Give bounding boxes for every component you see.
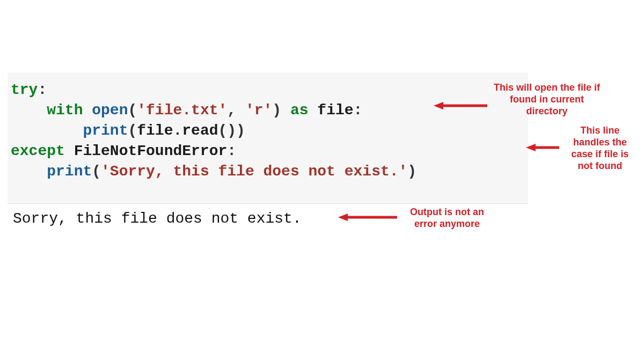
- comma: ,: [227, 102, 245, 119]
- code-line-4: except FileNotFoundError:: [11, 141, 528, 161]
- annotation-open-file: This will open the file if found in curr…: [491, 82, 603, 117]
- paren-open: (: [128, 122, 137, 139]
- paren-open: (: [128, 102, 137, 119]
- output-text: Sorry, this file does not exist.: [13, 210, 302, 227]
- keyword-as: as: [290, 102, 309, 119]
- paren-close: ()): [218, 122, 245, 139]
- string-message: 'Sorry, this file does not exist.': [101, 163, 407, 180]
- indent: [11, 163, 47, 180]
- function-print: print: [47, 163, 92, 180]
- code-block: try: with open('file.txt', 'r') as file:…: [8, 72, 528, 204]
- paren-open: (: [92, 163, 101, 180]
- colon: :: [38, 82, 47, 98]
- code-line-5: print('Sorry, this file does not exist.'…: [11, 161, 528, 182]
- arrow-icon: [526, 144, 559, 145]
- keyword-try: try: [11, 82, 38, 98]
- arrow-icon: [338, 214, 397, 215]
- svg-marker-1: [434, 102, 443, 109]
- string-filename: 'file.txt': [137, 102, 227, 119]
- function-open: open: [83, 102, 128, 119]
- indent: [11, 122, 83, 139]
- colon: :: [227, 143, 236, 159]
- paren-close: ): [272, 102, 290, 119]
- paren-close: ): [407, 163, 416, 180]
- identifier-read: read: [182, 122, 218, 139]
- keyword-except: except: [11, 143, 65, 159]
- svg-marker-3: [526, 144, 536, 151]
- dot: .: [173, 122, 182, 139]
- identifier-file: file: [309, 102, 354, 119]
- code-line-3: print(file.read()): [11, 121, 528, 141]
- code-line-1: try:: [11, 80, 528, 100]
- indent: [11, 102, 47, 119]
- function-print: print: [83, 122, 128, 139]
- colon: :: [354, 102, 363, 119]
- identifier-exception: FileNotFoundError: [65, 143, 227, 159]
- string-mode: 'r': [245, 102, 272, 119]
- arrow-icon: [434, 102, 487, 103]
- annotation-except: This line handles the case if file is no…: [562, 124, 638, 172]
- identifier-file: file: [137, 122, 173, 139]
- keyword-with: with: [47, 102, 83, 119]
- annotation-output: Output is not an error anymore: [401, 206, 493, 230]
- svg-marker-5: [338, 214, 348, 221]
